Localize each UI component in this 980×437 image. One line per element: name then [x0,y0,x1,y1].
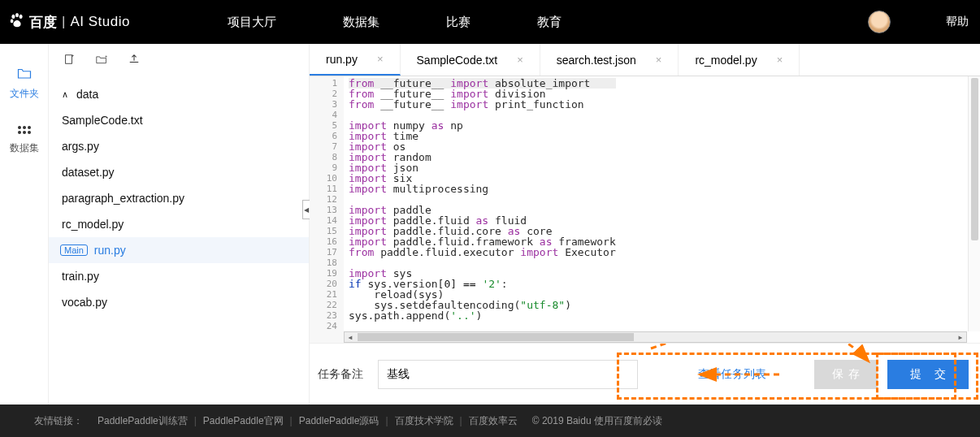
tree-file-label: args.py [62,140,99,153]
new-folder-icon[interactable]: + [96,54,107,67]
tree-file-label: rc_model.py [62,218,124,231]
tab-run-py[interactable]: run.py× [310,44,401,76]
logo-separator: | [62,14,65,30]
view-task-list-link[interactable]: 查看任务列表 [698,367,766,382]
upload-icon[interactable] [128,54,140,67]
code-editor[interactable]: 123456789101112131415161718192021222324 … [310,76,980,343]
tree-file-SampleCode-txt[interactable]: SampleCode.txt [49,107,309,133]
nav-projects[interactable]: 项目大厅 [228,15,276,30]
left-rail: 文件夹 数据集 [0,44,49,405]
footer-label: 友情链接： [34,414,83,428]
file-panel: + + ∧ data SampleCode.txtargs.pydataset.… [49,44,309,405]
logo-ai-text: AI Studio [70,14,130,30]
folder-icon [17,67,32,82]
line-gutter: 123456789101112131415161718192021222324 [310,76,344,343]
editor-horizontal-scrollbar[interactable]: ◀ ▶ [344,331,967,343]
bottom-bar: 任务备注 查看任务列表 保存 提 交 [310,343,980,405]
rail-datasets[interactable]: 数据集 [10,123,39,155]
logo-baidu-text: 百度 [29,13,57,32]
grid-icon [17,123,32,136]
footer-link[interactable]: 百度技术学院 [395,415,453,426]
footer-link[interactable]: PaddlePaddle官网 [203,415,284,426]
submit-button[interactable]: 提 交 [887,360,969,389]
task-remark-input[interactable] [378,360,638,389]
svg-point-3 [11,19,14,23]
nav-datasets[interactable]: 数据集 [343,15,379,30]
editor-area: ◀ run.py×SampleCode.txt×search.test.json… [309,44,980,405]
svg-point-2 [20,14,23,18]
svg-text:+: + [105,54,107,58]
scroll-thumb[interactable] [358,333,634,341]
tree-file-label: run.py [94,244,126,257]
close-icon[interactable]: × [517,54,523,66]
svg-point-0 [11,14,15,18]
tab-label: SampleCode.txt [417,54,498,67]
main-badge: Main [60,244,88,256]
user-avatar[interactable] [868,11,891,33]
editor-vertical-scrollbar[interactable] [968,76,980,331]
collapse-sidebar-button[interactable]: ◀ [302,200,310,219]
close-icon[interactable]: × [777,54,783,66]
scroll-left-icon[interactable]: ◀ [345,334,356,341]
footer: 友情链接： PaddlePaddle训练营|PaddlePaddle官网|Pad… [0,405,980,437]
tab-label: search.test.json [557,54,636,67]
tree-file-paragraph_extraction-py[interactable]: paragraph_extraction.py [49,185,309,211]
rail-files-label: 文件夹 [10,87,39,101]
tab-rc_model-py[interactable]: rc_model.py× [679,44,800,76]
tree-file-label: dataset.py [62,166,115,179]
tab-SampleCode-txt[interactable]: SampleCode.txt× [401,44,540,76]
new-file-icon[interactable]: + [63,54,75,67]
file-toolbar: + + [49,44,309,76]
save-button[interactable]: 保存 [814,360,878,389]
code-body[interactable]: from __future__ import absolute_importfr… [344,76,621,343]
scroll-right-icon[interactable]: ▶ [955,334,966,341]
tree-file-label: paragraph_extraction.py [62,192,184,205]
close-icon[interactable]: × [656,54,662,66]
tree-file-label: vocab.py [62,296,107,309]
footer-copyright: © 2019 Baidu 使用百度前必读 [532,414,662,428]
tree-file-vocab-py[interactable]: vocab.py [49,289,309,315]
main-nav: 项目大厅 数据集 比赛 教育 [228,15,562,30]
tab-label: run.py [326,53,358,66]
tree-file-label: train.py [62,270,99,283]
tree-folder-label: data [76,88,98,101]
rail-files[interactable]: 文件夹 [10,67,39,101]
editor-tabs: run.py×SampleCode.txt×search.test.json×r… [310,44,980,76]
footer-link[interactable]: PaddlePaddle源码 [299,415,379,426]
rail-datasets-label: 数据集 [10,141,39,155]
svg-point-1 [15,13,19,17]
baidu-paw-icon [8,11,26,33]
tree-file-train-py[interactable]: train.py [49,263,309,289]
chevron-up-icon: ∧ [62,89,70,100]
tab-search-test-json[interactable]: search.test.json× [540,44,679,76]
tree-folder-data[interactable]: ∧ data [49,81,309,107]
tree-file-label: SampleCode.txt [62,114,143,127]
header: 百度 | AI Studio 项目大厅 数据集 比赛 教育 帮助 [0,0,980,44]
footer-link[interactable]: 百度效率云 [469,415,518,426]
footer-link[interactable]: PaddlePaddle训练营 [98,415,188,426]
svg-text:+: + [72,54,75,58]
logo[interactable]: 百度 | AI Studio [8,11,130,33]
close-icon[interactable]: × [377,53,384,65]
tree-file-rc_model-py[interactable]: rc_model.py [49,211,309,237]
tree-file-args-py[interactable]: args.py [49,133,309,159]
nav-education[interactable]: 教育 [537,15,562,30]
tab-label: rc_model.py [695,54,757,67]
help-link[interactable]: 帮助 [946,15,969,29]
file-tree: ∧ data SampleCode.txtargs.pydataset.pypa… [49,76,309,320]
tree-file-dataset-py[interactable]: dataset.py [49,159,309,185]
task-remark-label: 任务备注 [318,367,363,382]
tree-file-run-py[interactable]: Main run.py [49,237,309,263]
nav-competitions[interactable]: 比赛 [446,15,470,30]
